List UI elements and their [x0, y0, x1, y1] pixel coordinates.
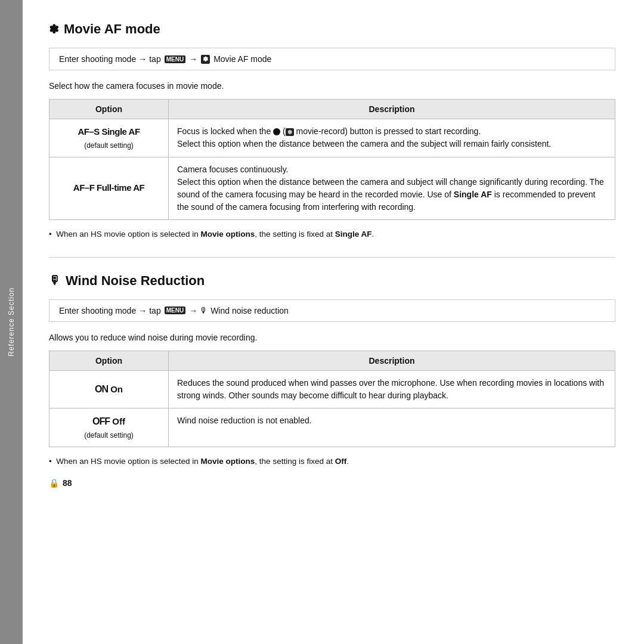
nav1-text1: Enter shooting mode — [59, 54, 136, 64]
movie-af-icon: ✽ — [49, 22, 59, 36]
nav1-arrow1: → — [138, 54, 147, 64]
nav1-menu-icon: MENU — [165, 55, 185, 63]
on-text: On — [110, 384, 123, 394]
nav2-text1: Enter shooting mode — [59, 306, 136, 315]
section-wind-noise: 🎙 Wind Noise Reduction Enter shooting mo… — [49, 273, 615, 488]
circle-icon — [273, 128, 280, 135]
on-option-label: ON — [95, 384, 108, 394]
table-row: AF–F Full-time AF Camera focuses continu… — [49, 157, 615, 219]
nav2-tap: tap — [149, 306, 160, 315]
option2-label: AF–F Full-time AF — [73, 182, 144, 193]
section1-description: Select how the camera focuses in movie m… — [49, 81, 615, 91]
nav2-arrow1: → — [138, 306, 147, 315]
lock-icon: 🔒 — [49, 478, 59, 488]
nav1-tap: tap — [149, 54, 160, 64]
wind-noise-icon: 🎙 — [49, 274, 61, 287]
section1-col1-header: Option — [49, 100, 169, 119]
section1-title: ✽ Movie AF mode — [49, 21, 615, 37]
section2-col2-header: Description — [169, 351, 615, 370]
page: Reference Section ✽ Movie AF mode Enter … — [0, 0, 644, 644]
main-content: ✽ Movie AF mode Enter shooting mode → ta… — [23, 0, 644, 644]
table-row: ON On Reduces the sound produced when wi… — [49, 370, 615, 408]
section1-nav-box: Enter shooting mode → tap MENU → ✽ Movie… — [49, 48, 615, 70]
section2-option2: OFF Off (default setting) — [49, 408, 169, 447]
footer-page-num: 🔒 88 — [49, 478, 615, 488]
record-icon: ✽ — [286, 128, 294, 136]
option1-label: AF–S Single AF — [78, 126, 140, 137]
nav2-arrow2: → — [189, 306, 197, 315]
section1-option1: AF–S Single AF (default setting) — [49, 119, 169, 157]
table-row: AF–S Single AF (default setting) Focus i… — [49, 119, 615, 157]
nav2-menu-icon: MENU — [165, 306, 185, 314]
section2-nav-box: Enter shooting mode → tap MENU → 🎙 Wind … — [49, 299, 615, 322]
sidebar-label: Reference Section — [7, 287, 16, 357]
off-option-label: OFF — [92, 416, 110, 426]
off-text: Off — [112, 416, 125, 426]
table-row: OFF Off (default setting) Wind noise red… — [49, 408, 615, 447]
section1-option2: AF–F Full-time AF — [49, 157, 169, 219]
section1-desc1: Focus is locked when the (✽ movie-record… — [169, 119, 615, 157]
section2-title-text: Wind Noise Reduction — [66, 273, 205, 289]
section1-note: • When an HS movie option is selected in… — [49, 228, 615, 240]
nav1-mode-icon: ✽ — [201, 55, 210, 64]
section2-title: 🎙 Wind Noise Reduction — [49, 273, 615, 289]
page-number: 88 — [63, 478, 72, 488]
section1-col2-header: Description — [169, 100, 615, 119]
section1-table: Option Description AF–S Single AF (defau… — [49, 99, 615, 220]
section2-note: • When an HS movie option is selected in… — [49, 456, 615, 467]
section-movie-af-mode: ✽ Movie AF mode Enter shooting mode → ta… — [49, 21, 615, 240]
sidebar: Reference Section — [0, 0, 23, 644]
section1-desc2: Camera focuses continuously. Select this… — [169, 157, 615, 219]
nav2-text2: Wind noise reduction — [210, 306, 289, 315]
section2-table: Option Description ON On Reduces the sou… — [49, 351, 615, 447]
section2-desc2: Wind noise reduction is not enabled. — [169, 408, 615, 447]
section2-option1: ON On — [49, 370, 169, 408]
section-divider — [49, 257, 615, 258]
section2-description: Allows you to reduce wind noise during m… — [49, 333, 615, 342]
nav2-mic-icon: 🎙 — [200, 306, 208, 315]
section1-title-text: Movie AF mode — [64, 21, 160, 37]
nav1-arrow2: → — [189, 54, 197, 64]
option1-sub: (default setting) — [58, 140, 160, 151]
section2-desc1: Reduces the sound produced when wind pas… — [169, 370, 615, 408]
nav1-text2: Movie AF mode — [213, 54, 271, 64]
section2-col1-header: Option — [49, 351, 169, 370]
off-option-sub: (default setting) — [58, 430, 160, 441]
